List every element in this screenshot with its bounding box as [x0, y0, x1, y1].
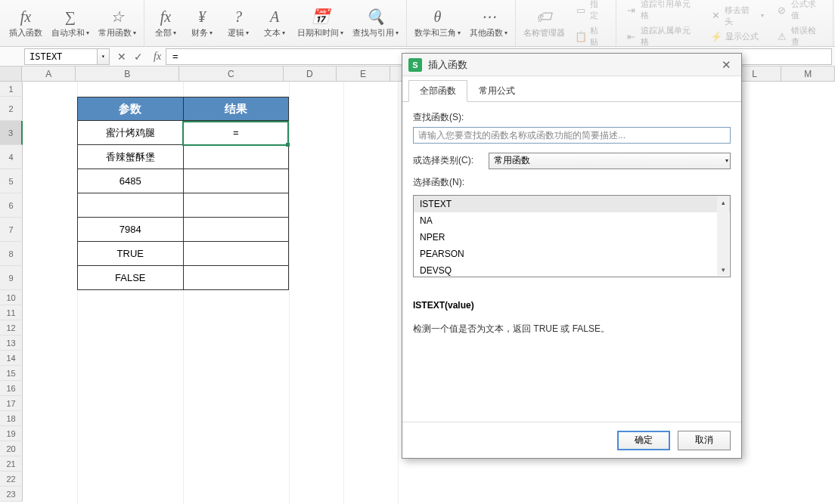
- cell[interactable]: [183, 266, 290, 290]
- scroll-up-icon[interactable]: ▴: [717, 196, 729, 209]
- row-header[interactable]: 1: [0, 82, 23, 97]
- row-headers: 1 2 3 4 5 6 7 8 9 10 11 12 13 14 15 16 1…: [0, 82, 23, 504]
- error-check-button[interactable]: ⚠错误检查: [773, 23, 827, 49]
- row-header[interactable]: 18: [0, 411, 23, 426]
- row-header[interactable]: 15: [0, 366, 23, 381]
- row-header[interactable]: 6: [0, 193, 23, 218]
- col-header[interactable]: D: [284, 66, 337, 81]
- datetime-fn-button[interactable]: 📅日期和时间▾: [293, 0, 348, 46]
- col-header[interactable]: A: [22, 66, 76, 81]
- dialog-titlebar[interactable]: S 插入函数 ✕: [402, 54, 741, 76]
- common-fn-button[interactable]: ☆ 常用函数▾: [94, 0, 141, 46]
- function-item[interactable]: NPER: [414, 229, 730, 246]
- formula-value: =: [172, 51, 178, 62]
- col-header[interactable]: B: [76, 66, 179, 81]
- text-fn-button[interactable]: A文本▾: [256, 0, 293, 46]
- cell[interactable]: [183, 169, 290, 193]
- row-header[interactable]: 16: [0, 381, 23, 396]
- lookup-fn-button[interactable]: 🔍查找与引用▾: [348, 0, 403, 46]
- table-header[interactable]: 结果: [183, 97, 290, 121]
- clipboard-icon: 📋: [575, 31, 587, 42]
- cancel-button[interactable]: 取消: [678, 431, 731, 450]
- row-header[interactable]: 11: [0, 305, 23, 320]
- label: 指定: [590, 0, 607, 21]
- search-function-input[interactable]: 请输入您要查找的函数名称或函数功能的简要描述...: [413, 127, 731, 144]
- function-item[interactable]: DEVSQ: [414, 262, 730, 277]
- insert-function-button[interactable]: fx 插入函数: [5, 0, 47, 46]
- fx-icon: fx: [20, 8, 31, 26]
- cell[interactable]: FALSE: [77, 266, 183, 290]
- row-header[interactable]: 12: [0, 320, 23, 335]
- row-header[interactable]: 2: [0, 97, 23, 121]
- row-header[interactable]: 13: [0, 335, 23, 351]
- name-box[interactable]: ISTEXT ▾: [24, 48, 110, 65]
- cell[interactable]: [183, 193, 290, 218]
- ok-button[interactable]: 确定: [617, 431, 670, 450]
- label: 追踪从属单元格: [641, 25, 698, 48]
- row-header[interactable]: 19: [0, 426, 23, 441]
- cell[interactable]: 7984: [77, 218, 183, 242]
- cell[interactable]: =: [183, 121, 290, 145]
- function-list[interactable]: ISTEXT NA NPER PEARSON DEVSQ AVERAGEIFS …: [413, 195, 731, 277]
- all-fn-button[interactable]: fx全部▾: [147, 0, 184, 46]
- trace-dependents-button[interactable]: ⇤追踪从属单元格: [622, 23, 701, 49]
- col-header[interactable]: C: [179, 66, 283, 81]
- function-item[interactable]: ISTEXT: [414, 196, 730, 212]
- col-header[interactable]: E: [337, 66, 390, 81]
- other-fn-button[interactable]: ⋯其他函数▾: [465, 0, 512, 46]
- cell[interactable]: 蜜汁烤鸡腿: [77, 121, 183, 145]
- paste-button[interactable]: 📋粘贴: [572, 23, 609, 49]
- chevron-down-icon[interactable]: ▾: [97, 49, 109, 64]
- row-header[interactable]: 10: [0, 290, 23, 305]
- function-item[interactable]: PEARSON: [414, 246, 730, 262]
- category-select[interactable]: 常用函数 ▾: [489, 153, 731, 169]
- row-header[interactable]: 23: [0, 487, 23, 502]
- row-header[interactable]: 8: [0, 242, 23, 266]
- trace-precedents-button[interactable]: ⇥追踪引用单元格: [622, 0, 701, 23]
- cell[interactable]: [183, 218, 290, 242]
- show-formula-button[interactable]: ⚡显示公式: [707, 29, 767, 44]
- autosum-button[interactable]: ∑ 自动求和▾: [47, 0, 94, 46]
- function-description: 检测一个值是否为文本，返回 TRUE 或 FALSE。: [413, 323, 731, 335]
- formula-eval-button[interactable]: ⊘公式求值: [773, 0, 827, 23]
- function-item[interactable]: NA: [414, 212, 730, 229]
- cell[interactable]: [183, 242, 290, 266]
- eval-icon: ⊘: [776, 5, 788, 16]
- logic-fn-button[interactable]: ?逻辑▾: [220, 0, 256, 46]
- enter-formula-icon[interactable]: ✓: [134, 51, 143, 63]
- row-header[interactable]: 20: [0, 441, 23, 456]
- formula-icon: ⚡: [710, 31, 722, 42]
- cell[interactable]: [183, 145, 290, 169]
- math-fn-button[interactable]: θ数学和三角▾: [410, 0, 465, 46]
- row-header[interactable]: 4: [0, 145, 23, 169]
- select-all-corner[interactable]: [0, 66, 22, 81]
- row-header[interactable]: 7: [0, 218, 23, 242]
- search-icon: 🔍: [366, 8, 385, 26]
- app-logo-icon: S: [408, 58, 422, 72]
- scroll-down-icon[interactable]: ▾: [717, 264, 729, 276]
- cell[interactable]: 香辣蟹酥堡: [77, 145, 183, 169]
- cell[interactable]: [77, 193, 183, 218]
- row-header[interactable]: 21: [0, 456, 23, 472]
- cell[interactable]: 6485: [77, 169, 183, 193]
- scrollbar[interactable]: ▴ ▾: [717, 196, 729, 276]
- fx-icon[interactable]: fx: [154, 51, 161, 63]
- table-header[interactable]: 参数: [77, 97, 183, 121]
- row-header[interactable]: 9: [0, 266, 23, 290]
- tab-common-formulas[interactable]: 常用公式: [467, 80, 526, 102]
- finance-fn-button[interactable]: ¥财务▾: [184, 0, 220, 46]
- row-header[interactable]: 5: [0, 169, 23, 193]
- name-manager-button[interactable]: 🏷名称管理器: [519, 0, 569, 46]
- close-button[interactable]: ✕: [717, 56, 735, 74]
- row-header[interactable]: 17: [0, 396, 23, 411]
- row-header[interactable]: 14: [0, 351, 23, 366]
- row-header[interactable]: 22: [0, 472, 23, 487]
- cell[interactable]: TRUE: [77, 242, 183, 266]
- cancel-formula-icon[interactable]: ✕: [117, 51, 126, 63]
- col-header[interactable]: M: [781, 66, 835, 81]
- specify-button[interactable]: ▭指定: [572, 0, 609, 23]
- remove-arrows-button[interactable]: ✕移去箭头▾: [707, 3, 767, 29]
- label: 文本: [264, 27, 281, 39]
- tab-all-functions[interactable]: 全部函数: [408, 80, 467, 102]
- row-header[interactable]: 3: [0, 121, 23, 145]
